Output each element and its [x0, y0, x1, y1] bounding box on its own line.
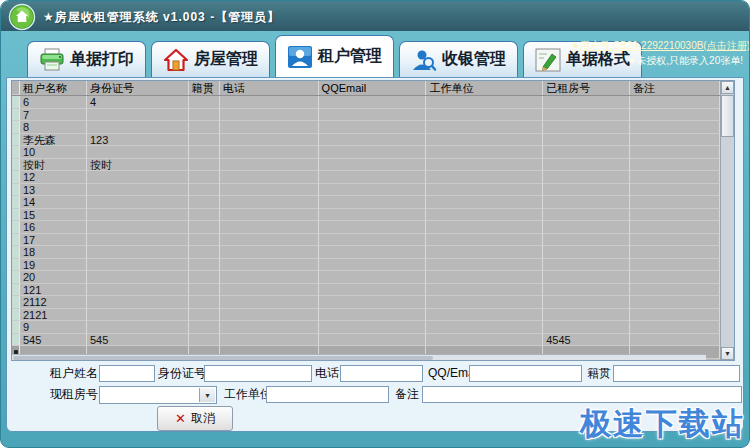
grid-cell[interactable]: [189, 171, 220, 184]
grid-cell[interactable]: 2121: [20, 309, 87, 322]
grid-cell[interactable]: [426, 271, 543, 284]
column-header[interactable]: 电话: [220, 81, 319, 95]
grid-cell[interactable]: 20: [20, 271, 87, 284]
column-header[interactable]: 籍贯: [189, 81, 220, 95]
column-header[interactable]: 备注: [630, 81, 720, 95]
row-selector[interactable]: [12, 246, 20, 259]
grid-cell[interactable]: [426, 296, 543, 309]
grid-cell[interactable]: [319, 121, 427, 134]
home-icon[interactable]: [8, 3, 36, 31]
grid-cell[interactable]: [220, 271, 319, 284]
grid-cell[interactable]: 18: [20, 246, 87, 259]
grid-cell[interactable]: [543, 146, 630, 159]
row-selector[interactable]: [12, 209, 20, 222]
grid-cell[interactable]: [319, 109, 427, 122]
grid-cell[interactable]: 17: [20, 234, 87, 247]
grid-cell[interactable]: [189, 184, 220, 197]
row-selector[interactable]: [12, 334, 20, 347]
grid-cell[interactable]: [220, 196, 319, 209]
grid-cell[interactable]: [220, 146, 319, 159]
grid-cell[interactable]: [189, 96, 220, 109]
tenant-name-field[interactable]: [99, 365, 155, 382]
grid-cell[interactable]: [630, 196, 720, 209]
grid-cell[interactable]: [426, 96, 543, 109]
grid-cell[interactable]: [543, 121, 630, 134]
grid-cell[interactable]: [220, 234, 319, 247]
grid-cell[interactable]: [543, 321, 630, 334]
user-id-register-link[interactable]: ★用户号:CB29-2292210030B(点击注册): [571, 38, 743, 53]
row-selector[interactable]: [12, 321, 20, 334]
grid-cell[interactable]: [87, 109, 189, 122]
grid-cell[interactable]: [319, 296, 427, 309]
grid-cell[interactable]: 121: [20, 284, 87, 297]
grid-cell[interactable]: [220, 321, 319, 334]
grid-cell[interactable]: 7: [20, 109, 87, 122]
row-selector[interactable]: [12, 96, 20, 109]
grid-cell[interactable]: [319, 159, 427, 172]
grid-cell[interactable]: [630, 121, 720, 134]
grid-cell[interactable]: [220, 246, 319, 259]
grid-cell[interactable]: [630, 134, 720, 147]
grid-cell[interactable]: [220, 171, 319, 184]
grid-cell[interactable]: [630, 296, 720, 309]
tab-房屋管理[interactable]: 房屋管理: [151, 41, 270, 77]
grid-cell[interactable]: [426, 246, 543, 259]
grid-cell[interactable]: [220, 109, 319, 122]
grid-cell[interactable]: [319, 271, 427, 284]
grid-cell[interactable]: [87, 284, 189, 297]
grid-cell[interactable]: [220, 159, 319, 172]
grid-cell[interactable]: [189, 334, 220, 347]
grid-cell[interactable]: [87, 196, 189, 209]
grid-cell[interactable]: [220, 221, 319, 234]
grid-cell[interactable]: [426, 184, 543, 197]
tab-租户管理[interactable]: 租户管理: [275, 35, 394, 77]
grid-cell[interactable]: [87, 271, 189, 284]
grid-cell[interactable]: [220, 309, 319, 322]
row-selector[interactable]: [12, 171, 20, 184]
grid-cell[interactable]: [543, 271, 630, 284]
grid-cell[interactable]: [319, 246, 427, 259]
grid-cell[interactable]: [189, 134, 220, 147]
scroll-down-icon[interactable]: ▼: [721, 347, 734, 360]
grid-cell[interactable]: [189, 309, 220, 322]
grid-cell[interactable]: [220, 184, 319, 197]
row-selector[interactable]: [12, 296, 20, 309]
grid-cell[interactable]: [426, 159, 543, 172]
grid-cell[interactable]: [319, 171, 427, 184]
horizontal-scrollbar[interactable]: [12, 354, 706, 360]
grid-cell[interactable]: [543, 196, 630, 209]
row-selector[interactable]: [12, 81, 20, 95]
grid-cell[interactable]: 8: [20, 121, 87, 134]
grid-cell[interactable]: [189, 196, 220, 209]
grid-cell[interactable]: [220, 259, 319, 272]
grid-cell[interactable]: [319, 209, 427, 222]
grid-cell[interactable]: [189, 259, 220, 272]
note-field[interactable]: [422, 386, 742, 403]
grid-cell[interactable]: [543, 96, 630, 109]
grid-cell[interactable]: [543, 234, 630, 247]
grid-cell[interactable]: [630, 259, 720, 272]
grid-cell[interactable]: 按时: [87, 159, 189, 172]
grid-cell[interactable]: [426, 209, 543, 222]
chevron-down-icon[interactable]: ▼: [199, 388, 215, 402]
grid-cell[interactable]: [319, 184, 427, 197]
grid-cell[interactable]: [87, 296, 189, 309]
qq-email-field[interactable]: [469, 365, 582, 382]
grid-cell[interactable]: [630, 184, 720, 197]
grid-cell[interactable]: 19: [20, 259, 87, 272]
row-selector[interactable]: [12, 271, 20, 284]
grid-cell[interactable]: 4545: [543, 334, 630, 347]
grid-cell[interactable]: [87, 121, 189, 134]
row-selector[interactable]: [12, 121, 20, 134]
grid-cell[interactable]: [630, 159, 720, 172]
grid-cell[interactable]: [87, 259, 189, 272]
grid-cell[interactable]: [630, 209, 720, 222]
grid-cell[interactable]: 15: [20, 209, 87, 222]
row-selector[interactable]: [12, 146, 20, 159]
grid-cell[interactable]: [543, 171, 630, 184]
grid-cell[interactable]: [543, 246, 630, 259]
grid-cell[interactable]: [319, 309, 427, 322]
grid-cell[interactable]: [319, 221, 427, 234]
row-selector[interactable]: [12, 259, 20, 272]
grid-cell[interactable]: [319, 134, 427, 147]
